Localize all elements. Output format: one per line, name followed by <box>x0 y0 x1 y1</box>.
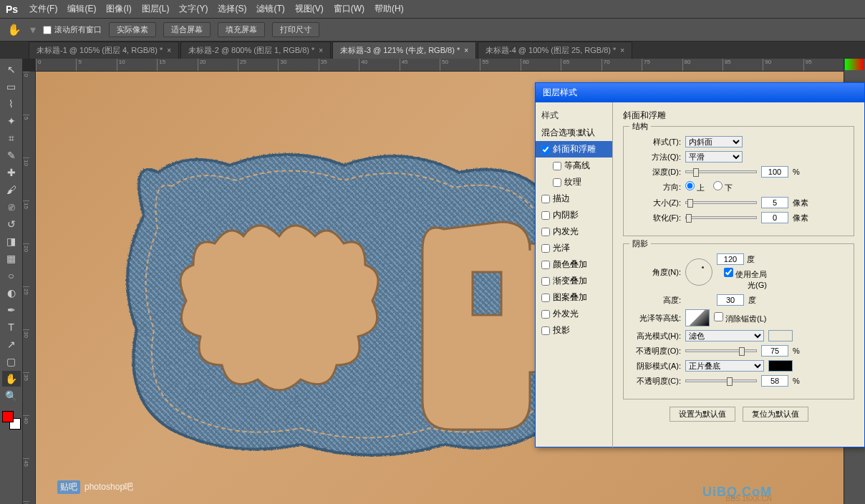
lasso-tool-icon[interactable]: ⌇ <box>2 96 21 112</box>
healing-tool-icon[interactable]: ✚ <box>2 165 21 180</box>
bevel-emboss-item[interactable]: 斜面和浮雕 <box>536 141 612 158</box>
doc-tab-4[interactable]: 未标题-4 @ 100% (图层 25, RGB/8) *× <box>478 42 632 59</box>
close-icon[interactable]: × <box>167 47 171 54</box>
eraser-tool-icon[interactable]: ◨ <box>2 233 21 249</box>
technique-label: 方法(Q): <box>631 152 681 163</box>
set-default-button[interactable]: 设置为默认值 <box>670 407 735 422</box>
brush-tool-icon[interactable]: 🖌 <box>2 182 21 198</box>
highlight-opacity-input[interactable] <box>761 345 788 357</box>
denim-artwork <box>100 129 601 487</box>
highlight-opacity-slider[interactable] <box>685 349 757 352</box>
shape-tool-icon[interactable]: ▢ <box>2 354 21 369</box>
stroke-item[interactable]: 描边 <box>536 190 612 207</box>
altitude-input[interactable] <box>717 294 744 306</box>
direction-down-radio[interactable]: 下 <box>713 181 733 193</box>
shadow-mode-label: 阴影模式(A): <box>631 361 681 372</box>
doc-tab-3[interactable]: 未标题-3 @ 121% (牛皮, RGB/8) *× <box>332 42 476 59</box>
soften-slider[interactable] <box>685 216 757 219</box>
inner-shadow-item[interactable]: 内阴影 <box>536 207 612 223</box>
scroll-all-windows-checkbox[interactable]: 滚动所有窗口 <box>43 24 102 35</box>
pen-tool-icon[interactable]: ✒ <box>2 302 21 318</box>
size-slider[interactable] <box>685 201 757 204</box>
doc-tab-1[interactable]: 未标题-1 @ 105% (图层 4, RGB/8) *× <box>29 42 179 59</box>
menu-image[interactable]: 图像(I) <box>106 3 131 15</box>
path-tool-icon[interactable]: ↗ <box>2 336 21 352</box>
gloss-contour-label: 光泽等高线: <box>631 313 681 324</box>
depth-input[interactable] <box>761 166 788 178</box>
menu-select[interactable]: 选择(S) <box>218 3 246 15</box>
blend-options-item[interactable]: 混合选项:默认 <box>536 125 612 141</box>
style-select[interactable]: 内斜面 <box>685 136 743 147</box>
gradient-tool-icon[interactable]: ▦ <box>2 251 21 266</box>
gloss-contour-picker[interactable] <box>685 309 710 326</box>
menu-filter[interactable]: 滤镜(T) <box>256 3 284 15</box>
contour-item[interactable]: 等高线 <box>536 158 612 174</box>
type-tool-icon[interactable]: T <box>2 319 21 335</box>
menu-help[interactable]: 帮助(H) <box>374 3 404 15</box>
highlight-color-swatch[interactable] <box>768 330 793 341</box>
antialias-checkbox[interactable]: 消除锯齿(L) <box>714 312 767 324</box>
move-tool-icon[interactable]: ↖ <box>2 62 21 77</box>
doc-tab-2[interactable]: 未标题-2 @ 800% (图层 1, RGB/8) *× <box>180 42 331 59</box>
close-icon[interactable]: × <box>319 47 323 54</box>
direction-up-radio[interactable]: 上 <box>685 181 705 193</box>
menu-file[interactable]: 文件(F) <box>29 3 57 15</box>
vertical-ruler[interactable]: 0510152025303540455055 <box>23 72 36 504</box>
menu-layer[interactable]: 图层(L) <box>142 3 170 15</box>
angle-wheel[interactable] <box>685 258 712 286</box>
marquee-tool-icon[interactable]: ▭ <box>2 79 21 94</box>
dodge-tool-icon[interactable]: ◐ <box>2 285 21 301</box>
depth-slider[interactable] <box>685 170 757 173</box>
shadow-color-swatch[interactable] <box>768 360 793 372</box>
angle-label: 角度(N): <box>631 267 681 278</box>
style-list-header[interactable]: 样式 <box>536 107 612 125</box>
menu-edit[interactable]: 编辑(E) <box>67 3 96 15</box>
horizontal-ruler[interactable]: 05101520253035404550556065707580859095 <box>36 59 844 72</box>
magic-wand-tool-icon[interactable]: ✦ <box>2 113 21 129</box>
print-size-button[interactable]: 打印尺寸 <box>272 22 319 37</box>
size-input[interactable] <box>761 197 788 208</box>
menu-view[interactable]: 视图(V) <box>295 3 324 15</box>
texture-item[interactable]: 纹理 <box>536 174 612 190</box>
shadow-mode-select[interactable]: 正片叠底 <box>685 360 764 372</box>
close-icon[interactable]: × <box>620 47 624 54</box>
shadow-opacity-slider[interactable] <box>685 379 757 382</box>
technique-select[interactable]: 平滑 <box>685 151 743 163</box>
blur-tool-icon[interactable]: ○ <box>2 268 21 284</box>
soften-input[interactable] <box>761 212 788 223</box>
global-light-checkbox[interactable]: 使用全局光(G) <box>717 268 767 291</box>
color-overlay-item[interactable]: 颜色叠加 <box>536 256 612 273</box>
fit-screen-button[interactable]: 适合屏幕 <box>163 22 211 37</box>
stamp-tool-icon[interactable]: ⎚ <box>2 199 21 215</box>
options-bar: ✋ ▾ 滚动所有窗口 实际像素 适合屏幕 填充屏幕 打印尺寸 <box>0 19 865 42</box>
angle-input[interactable] <box>717 253 744 265</box>
close-icon[interactable]: × <box>464 47 468 54</box>
highlight-mode-select[interactable]: 滤色 <box>685 330 764 341</box>
actual-pixels-button[interactable]: 实际像素 <box>109 22 156 37</box>
bevel-emboss-panel: 斜面和浮雕 结构 样式(T): 内斜面 方法(Q): 平滑 深度(D): % <box>613 102 864 447</box>
inner-glow-item[interactable]: 内发光 <box>536 223 612 240</box>
hand-tool-icon[interactable]: ✋ <box>2 371 21 387</box>
color-picker[interactable] <box>2 411 21 430</box>
toolbox: ↖ ▭ ⌇ ✦ ⌗ ✎ ✚ 🖌 ⎚ ↺ ◨ ▦ ○ ◐ ✒ T ↗ ▢ ✋ 🔍 <box>0 59 23 504</box>
menu-type[interactable]: 文字(Y) <box>179 3 208 15</box>
foreground-color-swatch[interactable] <box>2 411 14 422</box>
dialog-titlebar[interactable]: 图层样式 <box>536 83 864 102</box>
shadow-opacity-input[interactable] <box>761 375 788 387</box>
crop-tool-icon[interactable]: ⌗ <box>2 130 21 146</box>
divider: ▾ <box>30 23 36 37</box>
outer-glow-item[interactable]: 外发光 <box>536 306 612 322</box>
pattern-overlay-item[interactable]: 图案叠加 <box>536 289 612 306</box>
color-swatch-indicator <box>845 59 864 70</box>
menu-window[interactable]: 窗口(W) <box>334 3 364 15</box>
reset-default-button[interactable]: 复位为默认值 <box>743 407 808 422</box>
fill-screen-button[interactable]: 填充屏幕 <box>218 22 265 37</box>
altitude-unit: 度 <box>748 295 756 306</box>
drop-shadow-item[interactable]: 投影 <box>536 322 612 339</box>
satin-item[interactable]: 光泽 <box>536 240 612 256</box>
gradient-overlay-item[interactable]: 渐变叠加 <box>536 273 612 289</box>
history-brush-tool-icon[interactable]: ↺ <box>2 216 21 232</box>
zoom-tool-icon[interactable]: 🔍 <box>2 388 21 404</box>
eyedropper-tool-icon[interactable]: ✎ <box>2 147 21 163</box>
watermark-bbs: BBS.16XX.CN <box>726 495 772 503</box>
